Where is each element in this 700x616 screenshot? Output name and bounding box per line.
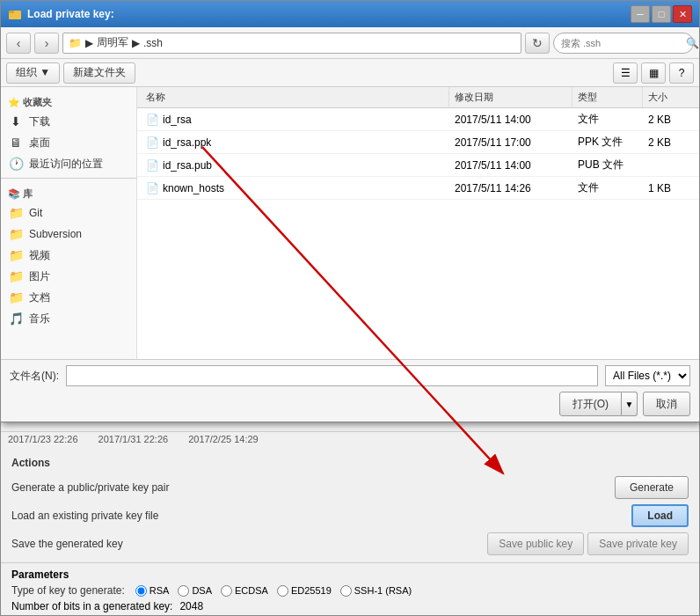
generate-button[interactable]: Generate — [615, 476, 689, 499]
bits-label: Number of bits in a generated key: — [11, 600, 172, 612]
video-icon: 📁 — [8, 247, 24, 263]
file-type-cell: 文件 — [572, 177, 643, 199]
forward-button[interactable]: › — [34, 33, 59, 54]
view-button[interactable]: ▦ — [641, 62, 666, 84]
file-size: 2 KB — [648, 114, 671, 126]
load-button[interactable]: Load — [631, 504, 689, 527]
sidebar-label-svn: Subversion — [29, 228, 82, 240]
radio-ssh1[interactable]: SSH-1 (RSA) — [340, 585, 412, 597]
radio-ed25519[interactable]: ED25519 — [277, 585, 332, 597]
dialog-title: Load private key: — [27, 8, 114, 20]
favorites-header: ⭐ 收藏夹 — [1, 91, 136, 111]
file-size-cell: 2 KB — [643, 131, 696, 153]
file-modified-cell: 2017/5/11 14:00 — [449, 108, 572, 130]
sidebar-item-download[interactable]: ⬇ 下载 — [1, 111, 136, 132]
sidebar-item-music[interactable]: 🎵 音乐 — [1, 308, 136, 329]
file-size-cell — [643, 154, 696, 176]
table-row[interactable]: 📄 id_rsa 2017/5/11 14:00 文件 2 KB — [137, 108, 699, 131]
table-row[interactable]: 📄 id_rsa.ppk 2017/5/11 17:00 PPK 文件 2 KB — [137, 131, 699, 154]
download-icon: ⬇ — [8, 114, 24, 129]
file-modified: 2017/5/11 17:00 — [455, 136, 531, 149]
open-arrow-button[interactable]: ▼ — [622, 392, 638, 416]
file-icon: 📄 — [146, 114, 159, 126]
sidebar-label-git: Git — [29, 207, 42, 219]
file-type-cell: PUB 文件 — [572, 154, 643, 176]
file-list-area: 名称 修改日期 类型 大小 📄 id_rsa 2017/5/11 14:00 文… — [137, 87, 699, 359]
filename-row: 文件名(N): All Files (*.*) — [10, 365, 690, 386]
sidebar-label-documents: 文档 — [29, 290, 50, 305]
organize-button[interactable]: 组织 ▼ — [6, 62, 60, 84]
radio-dsa[interactable]: DSA — [178, 585, 212, 597]
sidebar-item-desktop[interactable]: 🖥 桌面 — [1, 132, 136, 153]
col-name[interactable]: 名称 — [141, 87, 449, 107]
view-details-button[interactable]: ☰ — [613, 62, 638, 84]
table-row[interactable]: 📄 known_hosts 2017/5/11 14:26 文件 1 KB — [137, 177, 699, 200]
putty-window: 2017/1/31 22:26 2017/2/25 14:29 2017/1/3… — [0, 405, 700, 616]
sidebar-item-git[interactable]: 📁 Git — [1, 202, 136, 224]
svn-icon: 📁 — [8, 226, 24, 242]
save-key-row: Save the generated key Save public key S… — [11, 532, 689, 555]
sidebar-item-pictures[interactable]: 📁 图片 — [1, 266, 136, 287]
log-time-8: 2017/2/25 14:29 — [188, 434, 259, 444]
actions-title: Actions — [11, 457, 689, 469]
load-row: Load an existing private key file Load — [11, 504, 689, 527]
file-icon: 📄 — [146, 159, 159, 172]
file-size: 2 KB — [648, 136, 671, 149]
file-name: id_rsa — [163, 114, 192, 126]
open-button[interactable]: 打开(O) — [559, 392, 622, 416]
breadcrumb-arrow2: ▶ — [132, 37, 140, 49]
refresh-button[interactable]: ↻ — [525, 33, 550, 54]
file-name: id_rsa.ppk — [163, 136, 211, 149]
breadcrumb-arrow: ▶ — [85, 37, 93, 49]
save-buttons: Save public key Save private key — [487, 532, 689, 555]
file-size-cell: 1 KB — [643, 177, 696, 199]
back-button[interactable]: ‹ — [6, 33, 31, 54]
col-modified[interactable]: 修改日期 — [449, 87, 572, 107]
sidebar-label-music: 音乐 — [29, 312, 50, 326]
file-name: id_rsa.pub — [163, 159, 212, 172]
titlebar-left: Load private key: — [8, 7, 114, 21]
filetype-dropdown[interactable]: All Files (*.*) — [605, 365, 690, 386]
params-title: Parameters — [11, 568, 689, 581]
titlebar-buttons: ─ □ ✕ — [631, 5, 692, 23]
col-type[interactable]: 类型 — [572, 87, 643, 107]
file-icon: 📄 — [146, 136, 159, 149]
sidebar-label-pictures: 图片 — [29, 269, 50, 284]
actions-section: Actions Generate a public/private key pa… — [1, 450, 699, 562]
file-size: 1 KB — [648, 182, 671, 194]
search-input[interactable] — [561, 38, 682, 48]
minimize-button[interactable]: ─ — [631, 5, 650, 23]
col-size[interactable]: 大小 — [643, 87, 696, 107]
libraries-header: 📚 库 — [1, 182, 136, 202]
music-icon: 🎵 — [8, 311, 24, 326]
sidebar-label-recent: 最近访问的位置 — [29, 157, 103, 172]
save-private-button[interactable]: Save private key — [587, 532, 689, 555]
toolbar-left-buttons: 组织 ▼ 新建文件夹 — [6, 62, 135, 84]
sidebar-item-documents[interactable]: 📁 文档 — [1, 287, 136, 308]
help-button[interactable]: ? — [669, 62, 694, 84]
save-public-button[interactable]: Save public key — [487, 532, 584, 555]
file-type: 文件 — [578, 180, 599, 195]
breadcrumb[interactable]: 📁 ▶ 周明军 ▶ .ssh — [62, 33, 521, 54]
file-modified: 2017/5/11 14:00 — [455, 159, 531, 172]
radio-rsa[interactable]: RSA — [135, 585, 170, 597]
maximize-button[interactable]: □ — [652, 5, 671, 23]
sidebar-item-recent[interactable]: 🕐 最近访问的位置 — [1, 153, 136, 174]
sidebar-label-video: 视频 — [29, 248, 50, 263]
file-type: PPK 文件 — [578, 135, 623, 150]
radio-ecdsa[interactable]: ECDSA — [221, 585, 268, 597]
close-button[interactable]: ✕ — [673, 5, 692, 23]
new-folder-button[interactable]: 新建文件夹 — [63, 62, 135, 84]
file-modified-cell: 2017/5/11 17:00 — [449, 131, 572, 153]
toolbar-right-buttons: ☰ ▦ ? — [613, 62, 694, 84]
filename-input[interactable] — [66, 365, 598, 386]
secondary-toolbar: 组织 ▼ 新建文件夹 ☰ ▦ ? — [1, 59, 699, 87]
file-type: 文件 — [578, 112, 599, 127]
file-name-cell: 📄 known_hosts — [141, 177, 449, 199]
cancel-button[interactable]: 取消 — [643, 392, 690, 416]
file-type-cell: PPK 文件 — [572, 131, 643, 153]
sidebar-item-video[interactable]: 📁 视频 — [1, 245, 136, 266]
search-bar[interactable]: 🔍 — [553, 33, 694, 54]
table-row[interactable]: 📄 id_rsa.pub 2017/5/11 14:00 PUB 文件 — [137, 154, 699, 177]
sidebar-item-subversion[interactable]: 📁 Subversion — [1, 224, 136, 245]
